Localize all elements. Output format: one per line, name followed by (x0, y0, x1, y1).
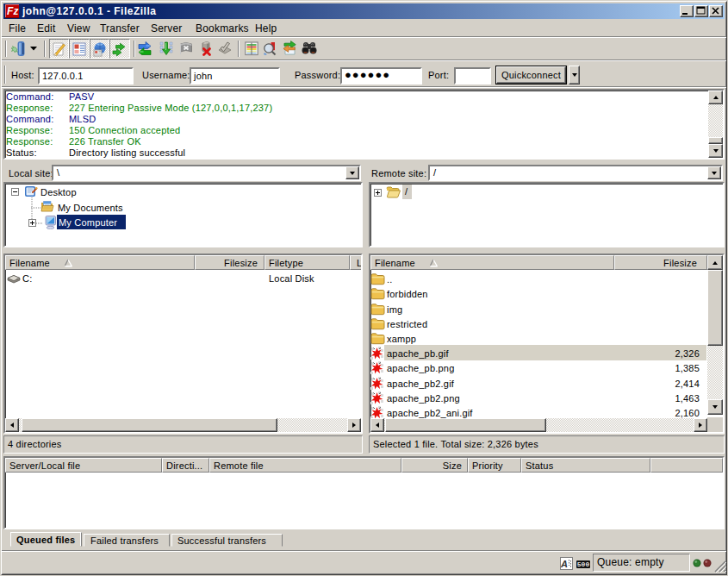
svg-text:A: A (561, 559, 568, 569)
